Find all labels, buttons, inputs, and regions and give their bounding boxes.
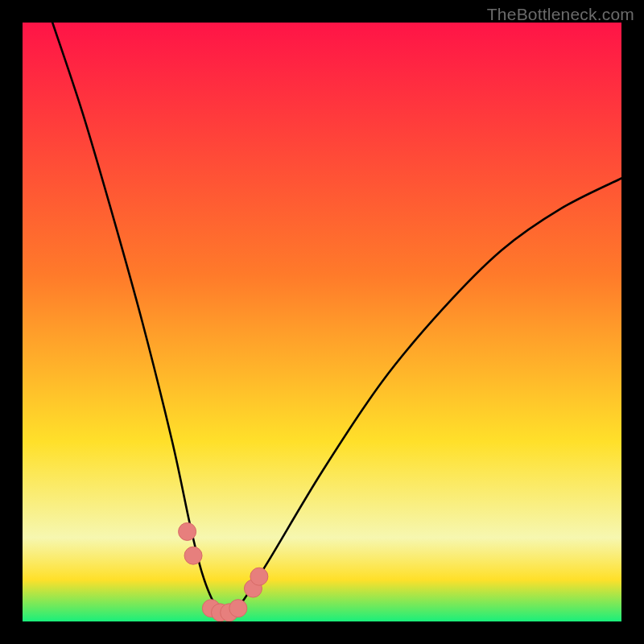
curve-marker xyxy=(184,547,202,564)
chart-svg xyxy=(23,23,621,621)
curve-marker xyxy=(229,600,247,617)
plot-area xyxy=(23,23,621,621)
curve-marker xyxy=(179,522,196,540)
curve-marker xyxy=(250,568,268,585)
chart-frame: TheBottleneck.com xyxy=(0,0,644,644)
gradient-background xyxy=(23,23,621,621)
watermark-text: TheBottleneck.com xyxy=(487,5,634,24)
